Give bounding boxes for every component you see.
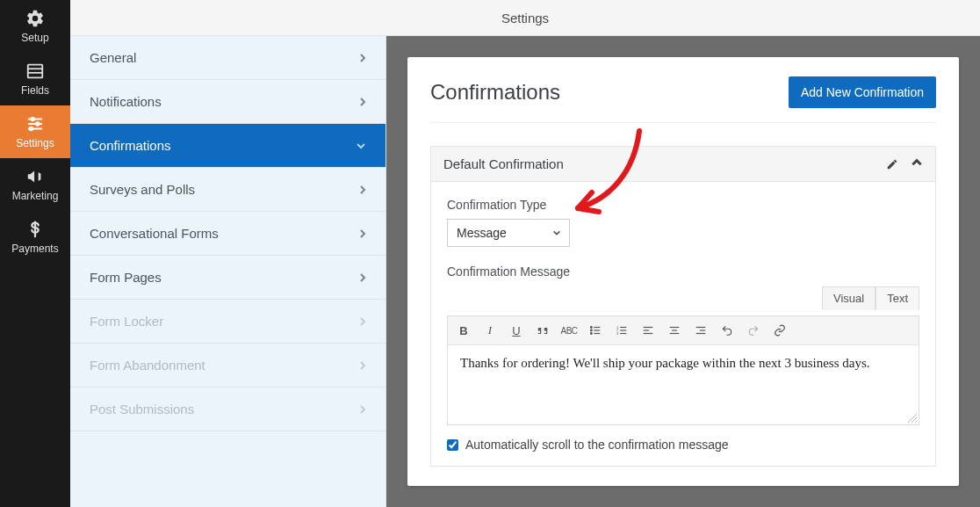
submenu-label: General (90, 50, 136, 65)
accordion-header[interactable]: Default Confirmation (431, 147, 935, 182)
strike-icon[interactable]: ABC (560, 322, 578, 339)
editor-toolbar: B I U ABC 123 (448, 316, 919, 345)
resize-grip-icon[interactable] (908, 414, 917, 423)
confirmation-accordion: Default Confirmation Co (430, 146, 936, 467)
link-icon[interactable] (771, 322, 789, 339)
iconbar-label: Marketing (12, 190, 59, 202)
iconbar-item-marketing[interactable]: Marketing (0, 158, 70, 211)
chevron-right-icon (359, 53, 366, 63)
app-root: Setup Fields Settings Marketing Payments (0, 0, 980, 507)
accordion-body: Confirmation Type Message Confirmation M… (431, 182, 935, 466)
chevron-right-icon (359, 360, 366, 371)
collapse-icon[interactable] (911, 158, 923, 170)
underline-icon[interactable]: U (508, 322, 525, 339)
svg-point-7 (36, 122, 40, 126)
settings-submenu: General Notifications Confirmations Surv… (70, 36, 386, 507)
iconbar-item-setup[interactable]: Setup (0, 0, 70, 53)
bullet-list-icon[interactable] (587, 322, 604, 339)
megaphone-icon (25, 167, 45, 186)
chevron-right-icon (359, 228, 366, 239)
svg-rect-0 (28, 65, 43, 78)
confirmation-type-select-wrap: Message (447, 219, 570, 247)
page-header: Settings (70, 0, 980, 36)
submenu-label: Form Abandonment (90, 358, 205, 373)
page-title: Settings (501, 11, 549, 25)
autoscroll-label: Automatically scroll to the confirmation… (465, 438, 729, 452)
submenu-item-form-locker[interactable]: Form Locker (70, 300, 386, 344)
editor-textarea[interactable]: Thanks for ordering! We'll ship your pac… (448, 345, 919, 424)
sliders-icon (25, 114, 45, 134)
submenu-item-post-submissions[interactable]: Post Submissions (70, 387, 386, 431)
chevron-right-icon (359, 97, 366, 107)
content-columns: General Notifications Confirmations Surv… (70, 36, 980, 507)
submenu-label: Form Locker (90, 314, 163, 329)
submenu-item-form-pages[interactable]: Form Pages (70, 256, 386, 300)
svg-text:3: 3 (616, 332, 618, 336)
submenu-item-notifications[interactable]: Notifications (70, 80, 386, 124)
panel-header: Confirmations Add New Confirmation (430, 76, 936, 123)
iconbar-label: Payments (11, 243, 58, 255)
svg-point-6 (31, 118, 34, 121)
rich-editor: B I U ABC 123 (447, 315, 919, 425)
editor-tab-visual[interactable]: Visual (822, 286, 876, 310)
svg-point-8 (30, 127, 33, 131)
primary-iconbar: Setup Fields Settings Marketing Payments (0, 0, 70, 507)
submenu-label: Conversational Forms (90, 226, 219, 241)
submenu-item-conversational[interactable]: Conversational Forms (70, 212, 386, 256)
canvas: Confirmations Add New Confirmation Defau… (386, 36, 980, 507)
chevron-down-icon (356, 142, 366, 149)
dollar-icon (25, 220, 45, 239)
chevron-right-icon (359, 272, 366, 283)
iconbar-label: Fields (21, 84, 49, 97)
iconbar-item-settings[interactable]: Settings (0, 105, 70, 158)
edit-icon[interactable] (886, 158, 898, 170)
submenu-label: Surveys and Polls (90, 182, 195, 197)
bold-icon[interactable]: B (455, 322, 472, 339)
submenu-item-form-abandonment[interactable]: Form Abandonment (70, 344, 386, 387)
editor-tabs: Visual Text (447, 286, 919, 309)
svg-point-11 (590, 330, 592, 331)
editor-tab-text[interactable]: Text (876, 286, 919, 310)
main-area: Settings General Notifications Confirmat… (70, 0, 980, 507)
iconbar-item-payments[interactable]: Payments (0, 211, 70, 264)
submenu-item-confirmations[interactable]: Confirmations (70, 124, 386, 168)
accordion-title: Default Confirmation (443, 156, 564, 171)
add-confirmation-button[interactable]: Add New Confirmation (789, 76, 936, 108)
chevron-right-icon (359, 316, 366, 327)
quote-icon[interactable] (534, 322, 551, 339)
accordion-actions (886, 158, 923, 170)
fields-icon (25, 62, 45, 81)
undo-icon[interactable] (718, 322, 736, 339)
align-center-icon[interactable] (666, 322, 683, 339)
submenu-label: Post Submissions (90, 402, 194, 416)
gear-icon (25, 9, 45, 28)
chevron-right-icon (359, 185, 366, 195)
autoscroll-checkbox[interactable] (447, 439, 458, 451)
redo-icon[interactable] (745, 322, 762, 339)
iconbar-label: Settings (16, 137, 54, 149)
submenu-label: Confirmations (90, 138, 171, 153)
submenu-item-surveys[interactable]: Surveys and Polls (70, 168, 386, 212)
confirmations-panel: Confirmations Add New Confirmation Defau… (407, 57, 959, 486)
panel-title: Confirmations (430, 80, 560, 105)
submenu-label: Notifications (90, 94, 162, 109)
number-list-icon[interactable]: 123 (613, 322, 631, 339)
submenu-label: Form Pages (90, 270, 162, 285)
submenu-item-general[interactable]: General (70, 36, 386, 80)
confirmation-type-select[interactable]: Message (447, 219, 570, 247)
svg-point-12 (590, 333, 592, 335)
iconbar-label: Setup (21, 32, 48, 44)
autoscroll-checkbox-row[interactable]: Automatically scroll to the confirmation… (447, 438, 919, 452)
svg-point-10 (590, 327, 592, 329)
italic-icon[interactable]: I (481, 322, 499, 339)
iconbar-item-fields[interactable]: Fields (0, 53, 70, 105)
align-left-icon[interactable] (639, 322, 657, 339)
chevron-right-icon (359, 404, 366, 415)
confirmation-type-label: Confirmation Type (447, 198, 919, 212)
confirmation-message-label: Confirmation Message (447, 264, 919, 279)
align-right-icon[interactable] (692, 322, 710, 339)
